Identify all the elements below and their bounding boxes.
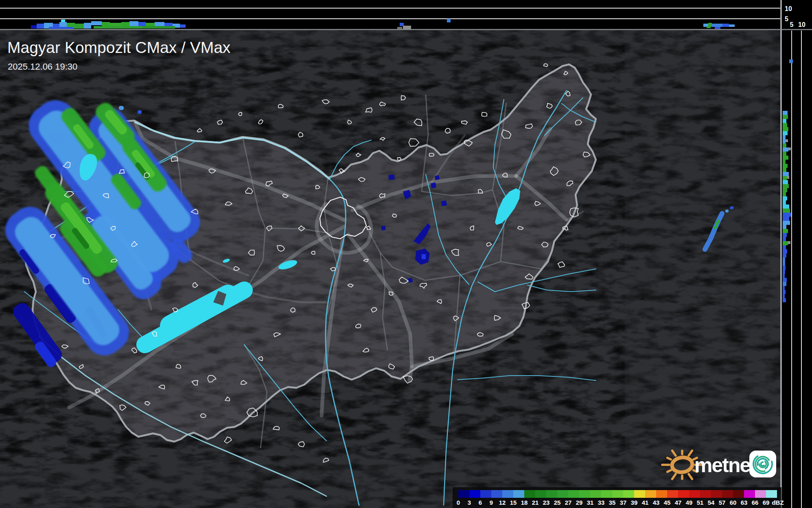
top-strip-axis-label-10: 10 (785, 5, 792, 12)
right-strip-pixel (783, 262, 785, 266)
right-strip-pixel (783, 168, 786, 172)
page-title: Magyar Kompozit CMax / VMax (7, 39, 231, 56)
colorbar-tick-9: 9 (490, 499, 493, 506)
right-strip-pixel-gray (786, 139, 788, 142)
right-strip-pixel (783, 123, 787, 127)
colorbar-swatch-63 (744, 490, 755, 498)
colorbar-tick-29: 29 (576, 499, 583, 506)
right-strip-pixel (783, 241, 788, 245)
top-strip-pixel (142, 26, 175, 29)
colorbar-tick-51: 51 (697, 499, 704, 506)
right-strip-pixel (783, 294, 785, 298)
top-strip-pixel (447, 19, 451, 22)
right-strip-pixel (783, 196, 787, 200)
right-strip-pixel (783, 156, 788, 160)
right-strip-pixel (783, 266, 786, 270)
echo-nw-dot-1 (119, 106, 124, 110)
right-strip-pixel (783, 147, 788, 152)
colorbar-swatch-18 (524, 490, 535, 498)
colorbar-tick-25: 25 (554, 499, 561, 506)
sun-ray (668, 458, 671, 460)
top-strip-pixel (180, 24, 186, 28)
echo-center-brightblue (422, 254, 426, 259)
right-strip-pixel (783, 135, 786, 139)
echo-center-navy-8 (435, 175, 440, 180)
spiral-icon (749, 451, 776, 477)
right-strip-pixel (783, 225, 786, 229)
radar-composite-app: 10 5 5 10 Magyar Kompozit CMax / VMax 20… (0, 0, 812, 508)
right-strip-gridline-10km (801, 31, 802, 508)
right-strip-pixel (783, 286, 785, 290)
colorbar-tick-45: 45 (664, 499, 671, 506)
colorbar-tick-69: 69 (763, 499, 770, 506)
echo-center-navy-4 (441, 200, 447, 206)
colorbar-tick-31: 31 (587, 499, 594, 506)
right-strip-pixel-gray (787, 176, 789, 179)
strip-separator-vertical (780, 0, 782, 508)
colorbar-swatch-49 (689, 490, 700, 498)
colorbar-tick-63: 63 (741, 499, 748, 506)
echo-east-dot-1 (725, 210, 729, 213)
right-strip-pixel (783, 270, 785, 274)
right-strip-pixel (783, 192, 786, 196)
colorbar-tick-43: 43 (653, 499, 660, 506)
top-strip-pixel (91, 21, 102, 25)
right-strip-pixel-gray (788, 241, 790, 244)
radar-scene: 10 5 5 10 Magyar Kompozit CMax / VMax 20… (0, 0, 812, 508)
dbz-colorbar: 0369121518212325272931333537394143454749… (453, 487, 784, 508)
echo-center-navy-6 (408, 278, 413, 283)
top-strip-gridline-5km (0, 18, 780, 19)
right-strip-pixel (783, 298, 786, 302)
colorbar-swatch-60 (733, 490, 744, 498)
right-strip-pixel (783, 176, 787, 180)
right-strip-pixel (783, 188, 787, 192)
colorbar-swatch-45 (667, 490, 678, 498)
top-strip-pixel (707, 26, 711, 28)
colorbar-tick-47: 47 (675, 499, 682, 506)
right-strip-pixel (783, 205, 789, 209)
colorbar-tick-12: 12 (499, 499, 506, 506)
colorbar-swatch-23 (546, 490, 557, 498)
radar-map (0, 29, 781, 508)
colorbar-swatch-3 (469, 490, 480, 498)
colorbar-swatch-57 (722, 490, 733, 498)
colorbar-tick-57: 57 (719, 499, 726, 506)
colorbar-tick-0: 0 (457, 499, 460, 506)
right-strip-pixel (783, 139, 786, 143)
right-strip-pixel-gray (788, 147, 791, 150)
colorbar-swatch-41 (645, 490, 656, 498)
top-strip-pixel (31, 25, 37, 29)
right-strip-pixel (783, 184, 789, 188)
top-strip-pixel (75, 24, 84, 29)
colorbar-swatch-43 (656, 490, 667, 498)
right-strip-pixel (783, 160, 786, 164)
top-strip-axis-label-5: 5 (785, 15, 788, 22)
right-strip-pixel (783, 180, 788, 184)
top-strip-pixel (729, 24, 735, 27)
echo-center-navy-7 (388, 174, 395, 180)
top-strip-pixel (400, 23, 404, 26)
colorbar-swatch-35 (612, 490, 623, 498)
logo-text: metnet (694, 454, 757, 477)
top-strip-pixel (37, 24, 44, 29)
colorbar-swatch-51 (700, 490, 711, 498)
right-strip-pixel (783, 127, 788, 131)
top-projection-strip (0, 0, 781, 29)
right-strip-pixel (783, 249, 787, 253)
colorbar-swatch-54 (711, 490, 722, 498)
top-strip-pixel (49, 27, 73, 29)
colorbar-swatch-9 (491, 490, 502, 498)
right-strip-pixel (783, 233, 787, 237)
right-strip-axis-label-10: 10 (798, 21, 805, 28)
colorbar-tick-49: 49 (686, 499, 693, 506)
right-strip-pixel (783, 290, 786, 294)
colorbar-swatch-47 (678, 490, 689, 498)
top-strip-pixel (94, 26, 142, 29)
colorbar-tick-41: 41 (642, 499, 649, 506)
echo-east-dot-2 (730, 207, 734, 209)
colorbar-swatch-31 (590, 490, 601, 498)
right-strip-pixel (783, 221, 790, 225)
top-strip-gridline-10km (0, 8, 780, 9)
right-strip-pixel (783, 229, 788, 233)
colorbar-swatch-69 (766, 490, 777, 498)
